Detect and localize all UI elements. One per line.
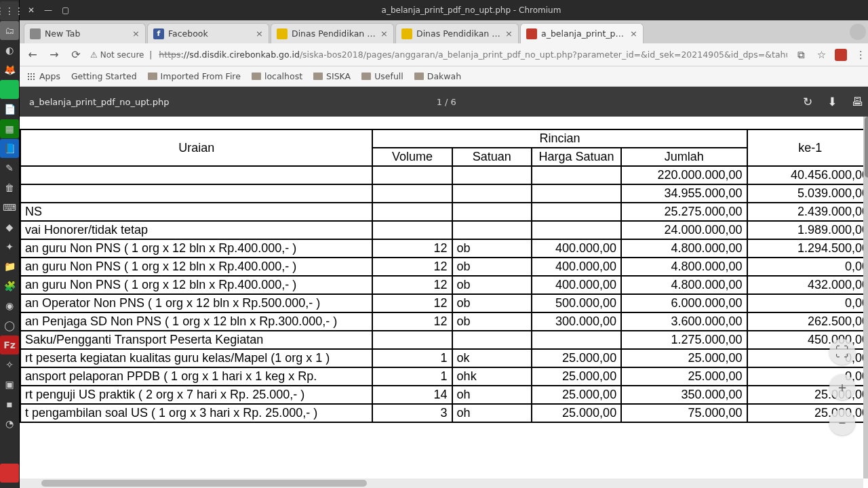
back-icon[interactable]: ← (25, 48, 40, 61)
uraian: vai Honorer/tidak tetap (20, 221, 372, 239)
app-icon[interactable]: ✎ (0, 159, 19, 178)
firefox-icon[interactable]: ◐ (0, 41, 19, 60)
pdf-icon (526, 28, 537, 39)
fit-page-icon[interactable]: ⛶ (829, 339, 855, 365)
star-icon[interactable]: ☆ (814, 49, 828, 61)
print-icon[interactable]: 🖶 (852, 95, 863, 108)
cell-satuan: oh (452, 404, 532, 422)
horizontal-scrollbar[interactable] (20, 479, 863, 488)
security-chip[interactable]: ⚠ Not secure | (90, 50, 152, 60)
app-icon[interactable]: ◆ (0, 218, 19, 237)
forward-icon[interactable]: → (47, 48, 62, 61)
libreoffice-calc-icon[interactable]: ▦ (0, 119, 19, 138)
address-bar: ← → ⟳ ⚠ Not secure | https ://sd.disdik.… (20, 43, 868, 66)
bookmark-localhost[interactable]: localhost (252, 71, 302, 81)
uraian: rt peserta kegiatan kualitas guru kelas/… (20, 349, 372, 367)
profile-avatar[interactable] (850, 24, 866, 40)
th-harga: Harga Satuan (532, 148, 621, 166)
table-row: an guru Non PNS ( 1 org x 12 bln x Rp.40… (20, 258, 868, 276)
tab-pdf[interactable]: a_belanja_print_pdf_n × (520, 23, 644, 43)
cell-harga: 400.000,00 (532, 239, 621, 258)
apps-icon (26, 72, 36, 81)
text-editor-icon[interactable]: 📄 (0, 100, 19, 119)
reload-icon[interactable]: ⟳ (68, 48, 83, 61)
url-host: ://sd.disdik.cirebonkab.go.id (181, 49, 300, 60)
terminal-icon[interactable]: ▪ (0, 394, 19, 413)
apps-bookmark[interactable]: Apps (26, 71, 60, 81)
cell-jumlah: 6.000.000,00 (621, 294, 747, 312)
record-icon[interactable] (0, 464, 19, 483)
cell-ke1: 262.500,00 (747, 312, 868, 331)
bookmark-getting-started[interactable]: Getting Started (71, 71, 137, 81)
app-icon[interactable]: ✧ (0, 355, 19, 374)
window-close-icon[interactable]: ✕ (28, 5, 35, 15)
chromium-icon[interactable]: ◉ (0, 296, 19, 315)
th-volume: Volume (372, 148, 452, 166)
cell-satuan (452, 221, 532, 239)
apps-grid-icon[interactable]: ⋮⋮⋮ (0, 1, 19, 20)
app-icon[interactable]: ✦ (0, 237, 19, 256)
vertical-scrollbar[interactable] (863, 117, 868, 479)
window-maximize-icon[interactable]: ▢ (62, 5, 69, 15)
cell-jumlah: 25.000,00 (621, 349, 747, 367)
tab-label: Dinas Pendidikan Kabu (416, 28, 501, 39)
terminal-icon[interactable]: ▣ (0, 375, 19, 394)
extension-icon[interactable] (835, 49, 847, 61)
table-row: vai Honorer/tidak tetap24.000.000,001.98… (20, 221, 868, 239)
close-icon[interactable]: × (132, 28, 140, 39)
uraian: Saku/Pengganti Transport Peserta Kegiata… (20, 331, 372, 349)
window-title: a_belanja_print_pdf_no_upt.php - Chromiu… (69, 5, 868, 15)
table-row: 220.000.000,0040.456.000,00 (20, 166, 868, 184)
qr-icon[interactable]: ⧉ (794, 49, 808, 61)
folder-icon (148, 73, 157, 80)
scroll-thumb[interactable] (41, 480, 367, 487)
libreoffice-writer-icon[interactable]: 📘 (0, 139, 19, 158)
bookmark-imported[interactable]: Imported From Fire (148, 71, 241, 81)
cell-jumlah: 350.000,00 (621, 386, 747, 404)
bookmark-siska[interactable]: SISKA (313, 71, 351, 81)
zoom-in-icon[interactable]: ＋ (829, 374, 855, 400)
filezilla-icon[interactable]: Fz (0, 336, 19, 354)
keyboard-icon[interactable]: ⌨ (0, 198, 19, 217)
tab-new[interactable]: New Tab × (24, 23, 146, 43)
tab-facebook[interactable]: f Facebook × (147, 23, 269, 43)
security-label: Not secure (100, 50, 144, 60)
window-minimize-icon[interactable]: — (44, 5, 52, 15)
close-icon[interactable]: × (380, 28, 388, 39)
cell-jumlah: 220.000.000,00 (621, 166, 747, 184)
cell-harga (532, 221, 621, 239)
app-icon[interactable]: ◔ (0, 414, 19, 433)
cell-satuan: ob (452, 312, 532, 331)
app-icon[interactable]: 📁 (0, 257, 19, 276)
cell-harga: 400.000,00 (532, 276, 621, 294)
cell-satuan: ohk (452, 367, 532, 386)
app-icon[interactable]: 🧩 (0, 277, 19, 296)
bookmark-usefull[interactable]: Usefull (361, 71, 403, 81)
close-icon[interactable]: × (505, 28, 513, 39)
running-indicator-icon[interactable] (0, 80, 19, 99)
close-icon[interactable]: × (256, 28, 263, 39)
cell-ke1: 2.439.000,00 (747, 203, 868, 221)
table-row: an Operator Non PNS ( 1 org x 12 bln x R… (20, 294, 868, 312)
rotate-icon[interactable]: ↻ (803, 95, 812, 108)
download-icon[interactable]: ⬇ (827, 95, 837, 108)
pdf-filename: a_belanja_print_pdf_no_upt.php (29, 97, 169, 107)
omnibox[interactable]: https ://sd.disdik.cirebonkab.go.id /sis… (159, 47, 787, 63)
cell-satuan: oh (452, 386, 532, 404)
report-tbody: 220.000.000,0040.456.000,0034.955.000,00… (20, 166, 868, 422)
tab-dinas-2[interactable]: Dinas Pendidikan Kabu × (395, 23, 519, 43)
zoom-out-icon[interactable]: － (829, 409, 855, 435)
close-icon[interactable]: × (630, 28, 637, 39)
bookmark-label: Dakwah (427, 71, 461, 81)
files-icon[interactable]: 🗂 (0, 21, 19, 40)
pdf-viewport[interactable]: Uraian Rincian ke-1 Volume Satuan Harga … (20, 117, 868, 488)
scroll-thumb[interactable] (865, 117, 868, 178)
tab-dinas-1[interactable]: Dinas Pendidikan Kabu × (271, 23, 394, 43)
cell-satuan (452, 331, 532, 349)
menu-icon[interactable]: ⋮ (854, 49, 867, 61)
app-icon[interactable]: ◯ (0, 316, 19, 335)
trash-icon[interactable]: 🗑 (0, 178, 19, 197)
gimp-icon[interactable]: 🦊 (0, 60, 19, 79)
bookmark-dakwah[interactable]: Dakwah (414, 71, 461, 81)
site-icon (277, 28, 288, 39)
